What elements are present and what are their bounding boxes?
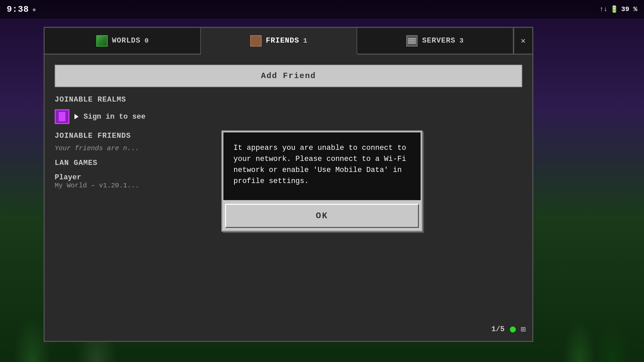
- dialog-message: It appears you are unable to connect to …: [233, 142, 411, 187]
- dialog-footer: OK: [222, 201, 422, 231]
- ok-button[interactable]: OK: [225, 204, 419, 228]
- dialog-body: It appears you are unable to connect to …: [223, 132, 421, 200]
- dialog: It appears you are unable to connect to …: [221, 130, 423, 232]
- modal-overlay: It appears you are unable to connect to …: [0, 0, 644, 362]
